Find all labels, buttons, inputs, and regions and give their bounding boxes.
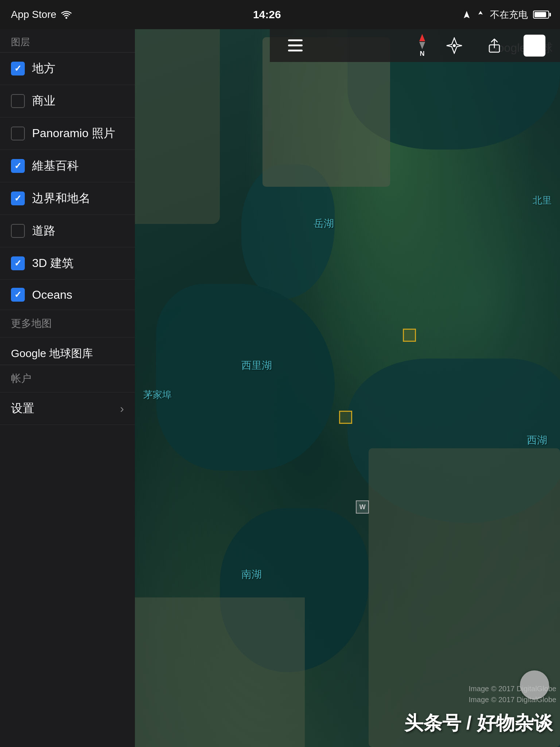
- toolbar-right: N: [419, 34, 545, 58]
- sidebar-spacer: [0, 425, 135, 747]
- checkbox-roads[interactable]: [11, 224, 25, 238]
- svg-rect-3: [288, 50, 303, 51]
- map-toolbar: N: [270, 29, 560, 62]
- business-label: 商业: [32, 93, 124, 109]
- menu-button[interactable]: [284, 35, 306, 57]
- buildings3d-label: 3D 建筑: [32, 255, 124, 271]
- map-area[interactable]: N Google 地球 岳湖 北里 西里湖 茅家埠 西湖 南湖: [135, 0, 560, 747]
- sidebar-item-buildings3d[interactable]: ✓ 3D 建筑: [0, 247, 135, 280]
- layers-header: 图层: [0, 29, 135, 53]
- settings-item[interactable]: 设置 ›: [0, 392, 135, 425]
- watermark: 头条号 / 好物杂谈: [404, 711, 553, 736]
- local-label: 地方: [32, 61, 124, 77]
- location-arrow-icon: [462, 10, 471, 19]
- sidebar: 图层 ✓ 地方 商业 Panoramio 照片 ✓ 維基百科 ✓ 边界和地名 道…: [0, 0, 135, 747]
- urban-area-2: [135, 0, 220, 224]
- svg-point-0: [65, 17, 67, 19]
- checkbox-borders[interactable]: ✓: [11, 191, 25, 205]
- settings-chevron-icon: ›: [120, 402, 124, 415]
- not-charging-label: 不在充电: [490, 8, 528, 21]
- wifi-icon: [61, 10, 72, 19]
- sidebar-item-oceans[interactable]: ✓ Oceans: [0, 280, 135, 310]
- share-button[interactable]: [483, 35, 505, 57]
- account-item[interactable]: 帐户: [0, 365, 135, 392]
- status-right: 不在充电: [462, 8, 549, 21]
- borders-label: 边界和地名: [32, 190, 124, 206]
- sidebar-item-roads[interactable]: 道路: [0, 215, 135, 247]
- svg-point-4: [453, 44, 456, 47]
- wikipedia-label: 維基百科: [32, 158, 124, 174]
- checkbox-wikipedia[interactable]: ✓: [11, 159, 25, 173]
- sidebar-item-business[interactable]: 商业: [0, 85, 135, 117]
- sidebar-item-borders[interactable]: ✓ 边界和地名: [0, 182, 135, 215]
- urban-area-4: [135, 597, 305, 747]
- checkbox-oceans[interactable]: ✓: [11, 288, 25, 302]
- map-marker-2[interactable]: [339, 411, 352, 424]
- status-time: 14:26: [253, 8, 281, 21]
- settings-label: 设置: [11, 400, 120, 417]
- layers-button[interactable]: [524, 35, 545, 57]
- gallery-header: Google 地球图库: [0, 337, 135, 365]
- app-store-label: App Store: [11, 9, 57, 20]
- location-button[interactable]: [443, 35, 465, 57]
- north-label: N: [420, 50, 425, 58]
- sidebar-item-wikipedia[interactable]: ✓ 維基百科: [0, 150, 135, 182]
- copyright-text: Image © 2017 DigitalGlobe Image © 2017 D…: [469, 683, 556, 705]
- north-compass[interactable]: N: [419, 34, 425, 58]
- battery-icon: [533, 11, 549, 19]
- sidebar-item-local[interactable]: ✓ 地方: [0, 53, 135, 85]
- svg-rect-2: [288, 44, 303, 46]
- sidebar-item-panoramio[interactable]: Panoramio 照片: [0, 117, 135, 150]
- wikipedia-marker[interactable]: W: [356, 500, 369, 514]
- checkbox-business[interactable]: [11, 94, 25, 108]
- compass-arrow-icon: [476, 10, 485, 19]
- roads-label: 道路: [32, 223, 124, 239]
- status-bar: App Store 14:26 不在充电: [0, 0, 560, 29]
- oceans-label: Oceans: [32, 288, 124, 302]
- svg-rect-1: [288, 39, 303, 41]
- checkbox-local[interactable]: ✓: [11, 62, 25, 76]
- checkbox-panoramio[interactable]: [11, 127, 25, 140]
- status-left: App Store: [11, 9, 72, 20]
- panoramio-label: Panoramio 照片: [32, 125, 124, 142]
- checkbox-buildings3d[interactable]: ✓: [11, 256, 25, 270]
- more-maps[interactable]: 更多地图: [0, 310, 135, 337]
- map-marker-1[interactable]: [403, 329, 416, 342]
